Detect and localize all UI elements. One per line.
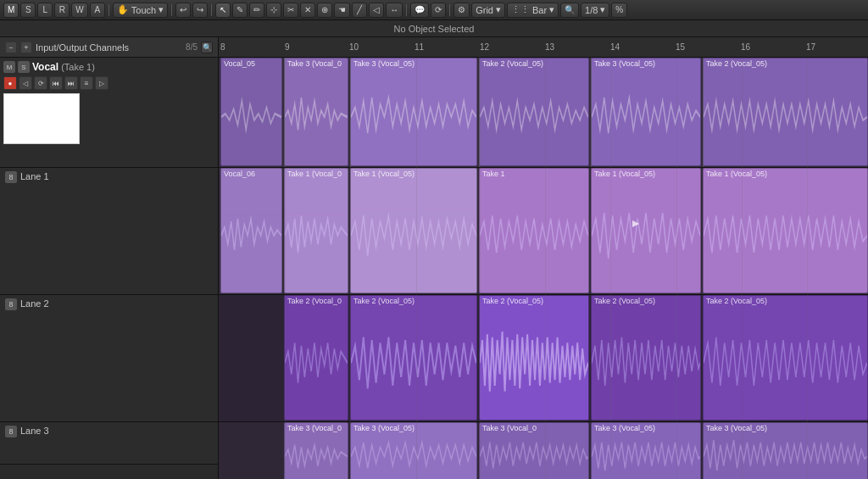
clip-lane1-3[interactable]: Take 1 bbox=[479, 168, 589, 293]
clip-main-2-label: Take 3 (Vocal_05) bbox=[351, 58, 476, 69]
clip-main-4[interactable]: Take 3 (Vocal_05) bbox=[591, 58, 701, 166]
clip-lane2-2[interactable]: Take 2 (Vocal_05) bbox=[479, 295, 589, 421]
fade-tool[interactable]: ╱ bbox=[352, 3, 367, 18]
marquee-tool[interactable]: ⊹ bbox=[266, 3, 281, 18]
sep3 bbox=[211, 4, 212, 16]
menu-btn[interactable]: ≡ bbox=[80, 76, 93, 90]
speech-btn[interactable]: 💬 bbox=[410, 3, 429, 18]
lane1-number: 8 bbox=[5, 171, 17, 183]
clip-lane1-0[interactable]: Vocal_06 bbox=[220, 168, 282, 293]
clip-lane3-1-label: Take 3 (Vocal_05) bbox=[351, 423, 476, 433]
bar-dropdown[interactable]: ⋮⋮ Bar ▾ bbox=[507, 3, 559, 18]
x-tool[interactable]: ✕ bbox=[300, 3, 315, 18]
clip-lane3-3[interactable]: Take 3 (Vocal_05) bbox=[591, 422, 701, 479]
clip-lane2-4[interactable]: Take 2 (Vocal_05) bbox=[703, 295, 868, 421]
clip-main-3[interactable]: Take 2 (Vocal_05) bbox=[479, 58, 589, 166]
redo-btn[interactable]: ↪ bbox=[192, 3, 208, 18]
percent-btn[interactable]: % bbox=[611, 3, 627, 18]
clip-lane1-1[interactable]: Take 1 (Vocal_0 bbox=[284, 168, 348, 293]
clip-lane1-2-wave bbox=[351, 179, 476, 292]
ruler-num-12: 12 bbox=[480, 43, 489, 52]
cycle-btn[interactable]: ⟳ bbox=[34, 76, 47, 90]
clip-lane2-4-wave bbox=[704, 306, 867, 420]
panel-search-btn[interactable]: 🔍 bbox=[201, 42, 213, 53]
scissors-tool[interactable]: ✂ bbox=[283, 3, 298, 18]
record-btn[interactable]: ● bbox=[3, 76, 17, 90]
btn-a[interactable]: A bbox=[90, 3, 105, 18]
zoom-tool[interactable]: ⊕ bbox=[317, 3, 332, 18]
clip-lane3-4[interactable]: Take 3 (Vocal_05) bbox=[703, 422, 868, 479]
ruler-mark-9: 9 bbox=[285, 43, 290, 52]
vline-4 bbox=[591, 58, 592, 167]
loop-btn[interactable]: ⟳ bbox=[431, 3, 446, 18]
clip-main-0[interactable]: Vocal_05 bbox=[220, 58, 282, 166]
clip-lane1-2[interactable]: Take 1 (Vocal_05) bbox=[350, 168, 477, 293]
ruler-mark-11: 11 bbox=[415, 43, 424, 52]
tune-btn[interactable]: ⚙ bbox=[453, 3, 470, 18]
clip-lane3-0[interactable]: Take 3 (Vocal_0 bbox=[284, 422, 348, 479]
input-btn[interactable]: ◁ bbox=[19, 76, 32, 90]
clip-lane2-3[interactable]: Take 2 (Vocal_05) bbox=[591, 295, 701, 421]
status-text: No Object Selected bbox=[394, 24, 475, 34]
grid-dropdown[interactable]: Grid ▾ bbox=[471, 3, 505, 18]
lane2-number: 8 bbox=[5, 298, 17, 310]
clip-lane2-1[interactable]: Take 2 (Vocal_05) bbox=[350, 295, 477, 421]
ruler-mark-10: 10 bbox=[349, 43, 359, 52]
clip-lane1-5[interactable]: Take 1 (Vocal_05) bbox=[703, 168, 868, 293]
clip-lane1-5-label: Take 1 (Vocal_05) bbox=[704, 169, 867, 179]
lane3-header: 8 Lane 3 bbox=[0, 422, 218, 465]
clip-main-1-label: Take 3 (Vocal_0 bbox=[285, 58, 348, 69]
pencil-tool[interactable]: ✎ bbox=[232, 3, 248, 18]
flex-tool[interactable]: ↔ bbox=[386, 3, 403, 18]
panel-add-btn[interactable]: + bbox=[20, 42, 32, 53]
btn-m[interactable]: M bbox=[3, 3, 19, 18]
clip-main-1[interactable]: Take 3 (Vocal_0 bbox=[284, 58, 348, 166]
output-btn[interactable]: ▷ bbox=[95, 76, 108, 90]
quantize-dropdown[interactable]: 1/8 ▾ bbox=[581, 3, 609, 18]
eraser-tool[interactable]: ✏ bbox=[249, 3, 264, 18]
ruler-mark-14: 14 bbox=[610, 43, 620, 52]
track-content[interactable]: Vocal_05 Take 3 (Vocal_0 bbox=[219, 58, 868, 479]
arrow-tool[interactable]: ↖ bbox=[215, 3, 231, 18]
clip-lane1-3-label: Take 1 bbox=[480, 169, 588, 179]
clip-lane2-0[interactable]: Take 2 (Vocal_0 bbox=[284, 295, 348, 421]
btn-l[interactable]: L bbox=[37, 3, 53, 18]
clip-lane3-0-label: Take 3 (Vocal_0 bbox=[285, 423, 348, 433]
sep4 bbox=[406, 4, 407, 16]
pan-tool[interactable]: ☚ bbox=[334, 3, 350, 18]
clip-lane2-4-label: Take 2 (Vocal_05) bbox=[704, 296, 867, 306]
clip-lane3-1[interactable]: Take 3 (Vocal_05) bbox=[350, 422, 477, 479]
main-clip-row: Vocal_05 Take 3 (Vocal_0 bbox=[219, 58, 868, 168]
btn-r[interactable]: R bbox=[54, 3, 70, 18]
clip-lane3-2[interactable]: Take 3 (Vocal_0 bbox=[479, 422, 589, 479]
grid-line-8 bbox=[742, 58, 743, 479]
clip-lane1-1-label: Take 1 (Vocal_0 bbox=[285, 169, 348, 179]
left-panel-title: Input/Output Channels bbox=[36, 42, 182, 53]
left-panel-header: − + Input/Output Channels 8/5 🔍 bbox=[0, 37, 218, 58]
grid-line-4 bbox=[480, 58, 481, 479]
track-count: 8/5 bbox=[186, 42, 198, 52]
clip-main-5[interactable]: Take 2 (Vocal_05) bbox=[703, 58, 868, 166]
touch-dropdown[interactable]: ✋ Touch ▾ bbox=[113, 3, 168, 18]
btn-s[interactable]: S bbox=[20, 3, 36, 18]
bar-label: Bar bbox=[532, 5, 547, 15]
left-panel: − + Input/Output Channels 8/5 🔍 M S Voca… bbox=[0, 37, 219, 479]
track-header: M S Vocal (Take 1) ● ◁ ⟳ ⏮ ⏭ ≡ ▷ bbox=[0, 58, 218, 168]
grid-line-6 bbox=[610, 58, 611, 479]
rewind-btn[interactable]: ⏮ bbox=[49, 76, 63, 90]
panel-collapse-btn[interactable]: − bbox=[5, 42, 17, 53]
clip-main-2[interactable]: Take 3 (Vocal_05) bbox=[350, 58, 477, 166]
lock-btn[interactable]: ⏭ bbox=[64, 76, 78, 90]
search-btn[interactable]: 🔍 bbox=[560, 3, 579, 18]
ruler-mark-8: 8 bbox=[220, 43, 225, 52]
clip-lane3-4-wave bbox=[704, 433, 867, 479]
clip-lane3-3-wave bbox=[592, 433, 700, 479]
gain-tool[interactable]: ◁ bbox=[369, 3, 384, 18]
clip-lane2-3-wave bbox=[592, 306, 700, 420]
ruler-num-13: 13 bbox=[545, 43, 554, 52]
ruler-num-9: 9 bbox=[285, 43, 290, 52]
grid-line-2 bbox=[350, 58, 351, 479]
clip-lane1-4[interactable]: Take 1 (Vocal_05) bbox=[591, 168, 701, 293]
btn-w[interactable]: W bbox=[71, 3, 87, 18]
undo-btn[interactable]: ↩ bbox=[175, 3, 191, 18]
